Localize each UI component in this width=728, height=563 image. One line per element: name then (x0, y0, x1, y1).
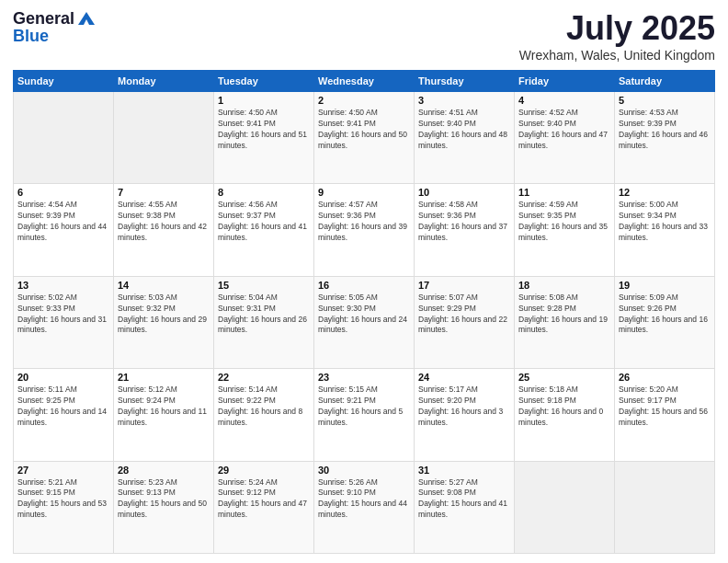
subtitle: Wrexham, Wales, United Kingdom (519, 48, 715, 63)
day-number: 31 (418, 465, 510, 476)
day-info: Sunrise: 5:12 AMSunset: 9:24 PMDaylight:… (118, 385, 210, 429)
calendar-cell: 15Sunrise: 5:04 AMSunset: 9:31 PMDayligh… (214, 276, 314, 368)
day-number: 11 (518, 187, 610, 198)
day-number: 21 (118, 372, 210, 383)
day-number: 12 (619, 187, 711, 198)
calendar-cell: 27Sunrise: 5:21 AMSunset: 9:15 PMDayligh… (14, 461, 114, 553)
calendar-cell: 10Sunrise: 4:58 AMSunset: 9:36 PMDayligh… (415, 184, 515, 276)
day-info: Sunrise: 5:07 AMSunset: 9:29 PMDaylight:… (418, 293, 510, 337)
day-info: Sunrise: 4:59 AMSunset: 9:35 PMDaylight:… (518, 200, 610, 244)
day-info: Sunrise: 5:18 AMSunset: 9:18 PMDaylight:… (518, 385, 610, 429)
day-number: 9 (318, 187, 410, 198)
day-info: Sunrise: 4:53 AMSunset: 9:39 PMDaylight:… (619, 108, 711, 152)
day-info: Sunrise: 5:02 AMSunset: 9:33 PMDaylight:… (17, 293, 109, 337)
day-info: Sunrise: 5:03 AMSunset: 9:32 PMDaylight:… (118, 293, 210, 337)
day-info: Sunrise: 4:57 AMSunset: 9:36 PMDaylight:… (318, 200, 410, 244)
day-number: 10 (418, 187, 510, 198)
day-number: 14 (118, 280, 210, 291)
title-block: July 2025 Wrexham, Wales, United Kingdom (519, 9, 715, 63)
day-header-wednesday: Wednesday (314, 71, 415, 92)
day-number: 3 (418, 95, 510, 106)
day-info: Sunrise: 5:23 AMSunset: 9:13 PMDaylight:… (118, 477, 210, 522)
calendar-cell: 29Sunrise: 5:24 AMSunset: 9:12 PMDayligh… (214, 461, 314, 553)
day-number: 4 (518, 95, 610, 106)
day-info: Sunrise: 5:17 AMSunset: 9:20 PMDaylight:… (418, 385, 510, 429)
day-number: 25 (518, 372, 610, 383)
day-number: 5 (619, 95, 711, 106)
day-number: 28 (118, 465, 210, 476)
page: General Blue July 2025 Wrexham, Wales, U… (0, 0, 728, 563)
calendar-cell: 4Sunrise: 4:52 AMSunset: 9:40 PMDaylight… (515, 92, 615, 184)
calendar-cell: 7Sunrise: 4:55 AMSunset: 9:38 PMDaylight… (114, 184, 214, 276)
calendar-week-1: 1Sunrise: 4:50 AMSunset: 9:41 PMDaylight… (14, 92, 715, 184)
day-number: 2 (318, 95, 410, 106)
calendar-cell: 17Sunrise: 5:07 AMSunset: 9:29 PMDayligh… (415, 276, 515, 368)
calendar-cell: 5Sunrise: 4:53 AMSunset: 9:39 PMDaylight… (615, 92, 715, 184)
logo-icon (76, 10, 97, 27)
day-number: 27 (17, 465, 109, 476)
day-number: 24 (418, 372, 510, 383)
calendar-cell: 31Sunrise: 5:27 AMSunset: 9:08 PMDayligh… (415, 461, 515, 553)
day-number: 18 (518, 280, 610, 291)
calendar-cell (515, 461, 615, 553)
day-header-friday: Friday (515, 71, 615, 92)
day-info: Sunrise: 4:50 AMSunset: 9:41 PMDaylight:… (218, 108, 310, 152)
day-info: Sunrise: 5:24 AMSunset: 9:12 PMDaylight:… (218, 477, 310, 522)
day-number: 19 (619, 280, 711, 291)
day-info: Sunrise: 5:15 AMSunset: 9:21 PMDaylight:… (318, 385, 410, 429)
day-number: 23 (318, 372, 410, 383)
day-info: Sunrise: 4:52 AMSunset: 9:40 PMDaylight:… (518, 108, 610, 152)
calendar-cell: 30Sunrise: 5:26 AMSunset: 9:10 PMDayligh… (314, 461, 415, 553)
day-info: Sunrise: 5:27 AMSunset: 9:08 PMDaylight:… (418, 477, 510, 522)
calendar-cell: 6Sunrise: 4:54 AMSunset: 9:39 PMDaylight… (14, 184, 114, 276)
calendar-cell: 11Sunrise: 4:59 AMSunset: 9:35 PMDayligh… (515, 184, 615, 276)
logo-blue-text: Blue (13, 27, 97, 46)
logo-general-text: General (13, 9, 74, 29)
day-number: 22 (218, 372, 310, 383)
day-info: Sunrise: 4:51 AMSunset: 9:40 PMDaylight:… (418, 108, 510, 152)
day-number: 13 (17, 280, 109, 291)
day-info: Sunrise: 4:56 AMSunset: 9:37 PMDaylight:… (218, 200, 310, 244)
day-header-tuesday: Tuesday (214, 71, 314, 92)
calendar-cell (114, 92, 214, 184)
calendar-week-3: 13Sunrise: 5:02 AMSunset: 9:33 PMDayligh… (14, 276, 715, 368)
main-title: July 2025 (519, 9, 715, 48)
calendar-cell: 28Sunrise: 5:23 AMSunset: 9:13 PMDayligh… (114, 461, 214, 553)
calendar-cell: 13Sunrise: 5:02 AMSunset: 9:33 PMDayligh… (14, 276, 114, 368)
day-info: Sunrise: 5:05 AMSunset: 9:30 PMDaylight:… (318, 293, 410, 337)
day-number: 26 (619, 372, 711, 383)
calendar-cell: 18Sunrise: 5:08 AMSunset: 9:28 PMDayligh… (515, 276, 615, 368)
calendar-cell: 12Sunrise: 5:00 AMSunset: 9:34 PMDayligh… (615, 184, 715, 276)
day-info: Sunrise: 5:08 AMSunset: 9:28 PMDaylight:… (518, 293, 610, 337)
calendar-cell: 25Sunrise: 5:18 AMSunset: 9:18 PMDayligh… (515, 369, 615, 461)
calendar-week-2: 6Sunrise: 4:54 AMSunset: 9:39 PMDaylight… (14, 184, 715, 276)
day-header-monday: Monday (114, 71, 214, 92)
calendar-cell: 16Sunrise: 5:05 AMSunset: 9:30 PMDayligh… (314, 276, 415, 368)
calendar-cell: 3Sunrise: 4:51 AMSunset: 9:40 PMDaylight… (415, 92, 515, 184)
calendar-cell: 19Sunrise: 5:09 AMSunset: 9:26 PMDayligh… (615, 276, 715, 368)
day-number: 17 (418, 280, 510, 291)
calendar-cell: 20Sunrise: 5:11 AMSunset: 9:25 PMDayligh… (14, 369, 114, 461)
calendar-cell: 24Sunrise: 5:17 AMSunset: 9:20 PMDayligh… (415, 369, 515, 461)
day-number: 1 (218, 95, 310, 106)
calendar-cell: 1Sunrise: 4:50 AMSunset: 9:41 PMDaylight… (214, 92, 314, 184)
day-info: Sunrise: 4:55 AMSunset: 9:38 PMDaylight:… (118, 200, 210, 244)
day-number: 6 (17, 187, 109, 198)
calendar-cell: 26Sunrise: 5:20 AMSunset: 9:17 PMDayligh… (615, 369, 715, 461)
calendar-cell: 8Sunrise: 4:56 AMSunset: 9:37 PMDaylight… (214, 184, 314, 276)
day-info: Sunrise: 5:11 AMSunset: 9:25 PMDaylight:… (17, 385, 109, 429)
day-header-sunday: Sunday (14, 71, 114, 92)
calendar-cell (615, 461, 715, 553)
day-number: 16 (318, 280, 410, 291)
calendar-table: SundayMondayTuesdayWednesdayThursdayFrid… (13, 70, 715, 554)
day-info: Sunrise: 4:58 AMSunset: 9:36 PMDaylight:… (418, 200, 510, 244)
day-number: 8 (218, 187, 310, 198)
day-info: Sunrise: 5:00 AMSunset: 9:34 PMDaylight:… (619, 200, 711, 244)
day-number: 7 (118, 187, 210, 198)
calendar-week-5: 27Sunrise: 5:21 AMSunset: 9:15 PMDayligh… (14, 461, 715, 553)
day-info: Sunrise: 5:21 AMSunset: 9:15 PMDaylight:… (17, 477, 109, 522)
calendar-header-row: SundayMondayTuesdayWednesdayThursdayFrid… (14, 71, 715, 92)
calendar-cell: 23Sunrise: 5:15 AMSunset: 9:21 PMDayligh… (314, 369, 415, 461)
day-info: Sunrise: 5:20 AMSunset: 9:17 PMDaylight:… (619, 385, 711, 429)
day-header-saturday: Saturday (615, 71, 715, 92)
